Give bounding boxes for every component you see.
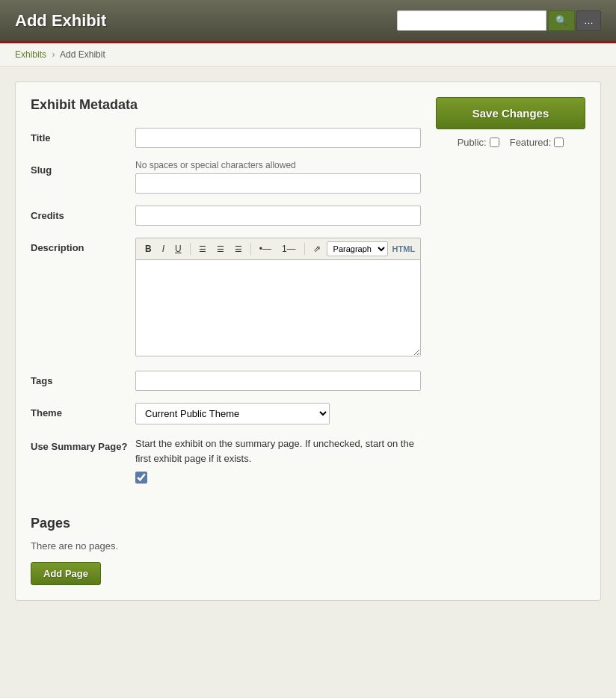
italic-button[interactable]: I (158, 241, 169, 256)
toolbar-separator-3 (304, 243, 305, 255)
description-textarea[interactable] (135, 259, 421, 356)
public-checkbox[interactable] (490, 138, 499, 147)
theme-label: Theme (31, 403, 135, 419)
slug-row: Slug No spaces or special characters all… (31, 160, 421, 194)
breadcrumb-separator: › (52, 49, 55, 60)
align-left-button[interactable]: ☰ (194, 242, 211, 256)
description-row: Description B I U ☰ ☰ ☰ •— 1— (31, 238, 421, 359)
breadcrumb: Exhibits › Add Exhibit (0, 43, 616, 67)
list-ordered-button[interactable]: 1— (277, 241, 301, 256)
search-bar: 🔍 … (397, 10, 601, 31)
description-label: Description (31, 238, 135, 253)
title-label: Title (31, 128, 135, 143)
theme-select[interactable]: Current Public Theme Default Custom (135, 403, 330, 424)
toolbar-separator-1 (190, 243, 191, 255)
form-sidebar: Save Changes Public: Featured: (436, 97, 585, 148)
use-summary-checkbox[interactable] (135, 472, 147, 484)
tags-input[interactable] (135, 371, 421, 391)
pages-title: Pages (31, 516, 585, 531)
list-unordered-button[interactable]: •— (255, 241, 276, 256)
title-field (135, 128, 421, 148)
featured-checkbox[interactable] (554, 138, 564, 147)
bold-button[interactable]: B (141, 241, 156, 256)
theme-field: Current Public Theme Default Custom (135, 403, 421, 424)
credits-row: Credits (31, 206, 421, 226)
form-layout: Exhibit Metadata Title Slug No spaces or… (31, 97, 585, 498)
breadcrumb-current: Add Exhibit (60, 49, 105, 60)
credits-input[interactable] (135, 206, 421, 226)
search-input[interactable] (397, 10, 546, 31)
breadcrumb-parent-link[interactable]: Exhibits (15, 49, 46, 60)
slug-field: No spaces or special characters allowed (135, 160, 421, 194)
form-panel: Exhibit Metadata Title Slug No spaces or… (15, 81, 601, 601)
use-summary-row: Use Summary Page? Start the exhibit on t… (31, 436, 421, 486)
menu-button[interactable]: … (576, 10, 601, 31)
public-label-text: Public: (458, 137, 487, 148)
public-label[interactable]: Public: (458, 137, 499, 148)
html-button[interactable]: HTML (392, 244, 416, 253)
align-right-button[interactable]: ☰ (230, 242, 247, 256)
credits-label: Credits (31, 206, 135, 221)
tags-field (135, 371, 421, 391)
save-changes-button[interactable]: Save Changes (436, 97, 585, 129)
form-main: Exhibit Metadata Title Slug No spaces or… (31, 97, 421, 498)
paragraph-select[interactable]: Paragraph Heading 1 Heading 2 Heading 3 (327, 241, 388, 256)
theme-row: Theme Current Public Theme Default Custo… (31, 403, 421, 424)
underline-button[interactable]: U (170, 241, 186, 256)
section-title: Exhibit Metadata (31, 97, 421, 113)
align-center-button[interactable]: ☰ (212, 242, 229, 256)
description-field: B I U ☰ ☰ ☰ •— 1— ⇗ (135, 238, 421, 359)
search-button[interactable]: 🔍 (548, 10, 575, 31)
slug-input[interactable] (135, 173, 421, 194)
use-summary-description: Start the exhibit on the summary page. I… (135, 436, 421, 466)
title-input[interactable] (135, 128, 421, 148)
slug-label: Slug (31, 160, 135, 176)
featured-label[interactable]: Featured: (510, 137, 564, 148)
slug-hint: No spaces or special characters allowed (135, 160, 421, 170)
no-pages-text: There are no pages. (31, 540, 585, 552)
editor-toolbar: B I U ☰ ☰ ☰ •— 1— ⇗ (135, 238, 421, 259)
main-content: Exhibit Metadata Title Slug No spaces or… (0, 67, 616, 697)
title-row: Title (31, 128, 421, 148)
page-title: Add Exhibit (15, 11, 106, 31)
use-summary-label: Use Summary Page? (31, 436, 135, 452)
pages-section: Pages There are no pages. Add Page (31, 516, 585, 585)
toolbar-separator-2 (250, 243, 251, 255)
use-summary-field: Start the exhibit on the summary page. I… (135, 436, 421, 486)
tags-row: Tags (31, 371, 421, 391)
link-button[interactable]: ⇗ (309, 241, 325, 256)
tags-label: Tags (31, 371, 135, 386)
app-header: Add Exhibit 🔍 … (0, 0, 616, 43)
featured-label-text: Featured: (510, 137, 552, 148)
credits-field (135, 206, 421, 226)
add-page-button[interactable]: Add Page (31, 562, 101, 585)
sidebar-checkboxes: Public: Featured: (436, 137, 585, 148)
